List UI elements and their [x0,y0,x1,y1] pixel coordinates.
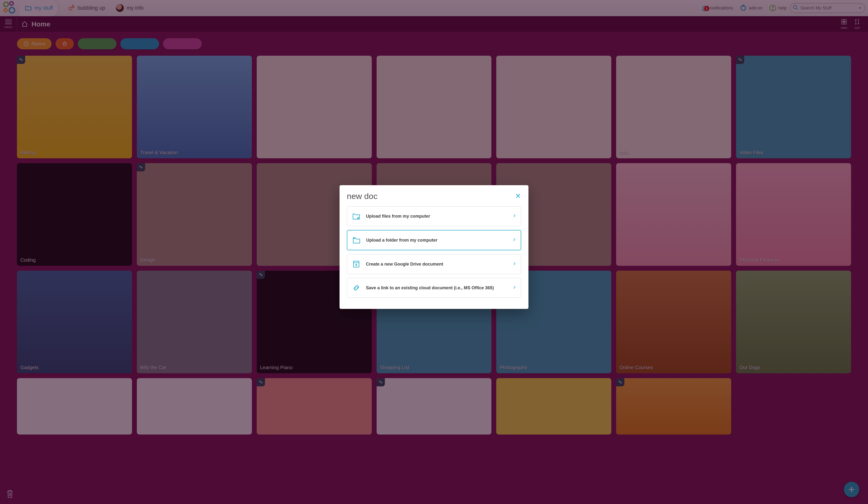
option-save-link[interactable]: Save a link to an existing cloud documen… [347,278,521,298]
chevron-right-icon [512,285,517,291]
link-icon [352,283,361,292]
folder-icon [352,236,361,244]
modal-title: new doc [347,191,378,201]
option-new-gdrive[interactable]: Create a new Google Drive document [347,254,521,274]
new-doc-icon [352,260,361,269]
new-doc-modal: new doc Upload files from my computer Up… [340,185,528,309]
option-label: Save a link to an existing cloud documen… [366,285,494,291]
chevron-right-icon [512,261,517,267]
option-label: Upload a folder from my computer [366,238,437,243]
chevron-right-icon [512,238,516,243]
close-button[interactable] [515,193,521,200]
option-label: Create a new Google Drive document [366,262,443,267]
option-label: Upload files from my computer [366,214,430,219]
option-upload-files[interactable]: Upload files from my computer [347,206,521,226]
option-upload-folder[interactable]: Upload a folder from my computer [347,230,521,250]
chevron-right-icon [512,213,517,219]
upload-file-icon [352,212,361,221]
